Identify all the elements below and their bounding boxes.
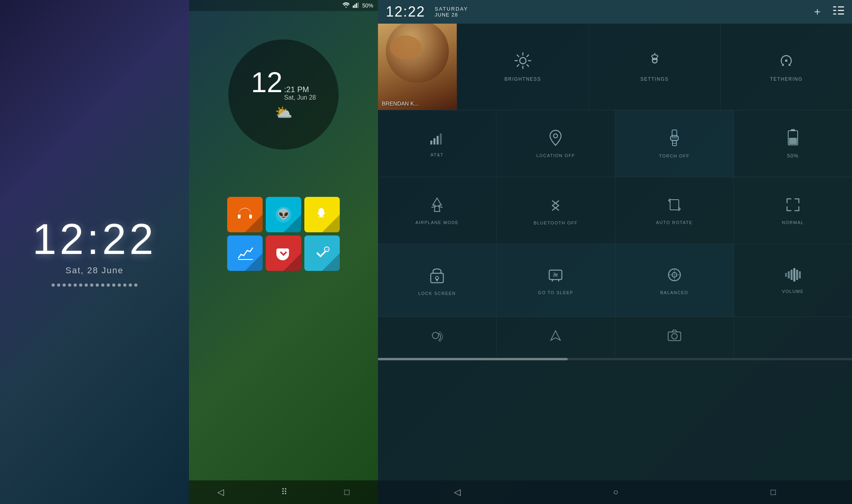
svg-rect-47 — [785, 273, 787, 277]
svg-rect-4 — [238, 215, 241, 219]
lock-icon — [429, 265, 445, 287]
lock-dot — [52, 284, 55, 287]
volume-cell[interactable]: VOLUME — [734, 244, 852, 317]
lock-dot — [129, 284, 132, 287]
lock-label: LOCK SCREEN — [418, 291, 456, 296]
rotate-cell[interactable]: AUTO ROTATE — [615, 177, 734, 244]
lock-dot — [79, 284, 82, 287]
lock-dots[interactable] — [52, 284, 137, 287]
svg-rect-11 — [838, 6, 844, 7]
audio-icon — [431, 329, 443, 345]
camera-icon — [667, 330, 682, 344]
clock-widget: 12 :21 PM Sat, Jun 28 ⛅ — [228, 39, 339, 150]
contact-photo[interactable]: BRENDAN K... — [378, 24, 457, 110]
lock-dot — [118, 284, 121, 287]
svg-rect-5 — [249, 215, 252, 219]
svg-point-27 — [785, 59, 787, 62]
location-icon — [548, 130, 563, 148]
balanced-icon — [666, 266, 683, 286]
notif-date: JUNE 28 — [435, 12, 468, 18]
tethering-tile[interactable]: TETHERING — [720, 24, 852, 110]
lock-dot — [90, 284, 93, 287]
widget-ampm-date: :21 PM Sat, Jun 28 — [284, 85, 316, 101]
top-row: BRENDAN K... — [378, 24, 852, 110]
svg-line-23 — [527, 65, 528, 66]
svg-text:Zz: Zz — [553, 272, 558, 278]
camera-cell[interactable] — [615, 317, 734, 356]
att-cell[interactable]: AT&T — [378, 110, 496, 177]
app-check[interactable]: ✓ — [304, 235, 340, 271]
svg-rect-13 — [838, 13, 844, 15]
home-button[interactable]: ⠿ — [273, 484, 295, 500]
rotate-icon — [666, 196, 683, 215]
lock-dot — [107, 284, 110, 287]
recents-button[interactable]: □ — [336, 484, 357, 500]
svg-rect-50 — [793, 268, 795, 282]
sleep-cell[interactable]: Zz GO TO SLEEP — [496, 244, 615, 317]
home-screen: 50% 12 :21 PM Sat, Jun 28 ⛅ 👽 — [189, 0, 378, 504]
settings-tile[interactable]: SETTINGS — [589, 24, 720, 110]
svg-rect-42 — [436, 279, 438, 281]
airplane-cell[interactable]: AIRPLANE MODE — [378, 177, 496, 244]
menu-button[interactable] — [833, 6, 844, 17]
svg-text:✓: ✓ — [326, 248, 328, 252]
svg-line-24 — [527, 55, 528, 56]
notif-day-date: SATURDAY JUNE 28 — [435, 6, 468, 18]
svg-point-17 — [520, 57, 526, 64]
scrollbar-thumb — [378, 358, 568, 360]
svg-rect-2 — [356, 3, 357, 8]
navigate-icon — [549, 329, 562, 345]
row-2: AT&T LOCATION OFF — [378, 110, 852, 177]
navigate-cell[interactable] — [496, 317, 615, 356]
balanced-label: BALANCED — [660, 290, 688, 295]
location-label: LOCATION OFF — [536, 153, 575, 158]
svg-point-55 — [672, 334, 677, 339]
bluetooth-icon — [549, 196, 562, 216]
bluetooth-cell[interactable]: BLUETOOTH OFF — [496, 177, 615, 244]
app-stocks[interactable] — [227, 235, 263, 271]
notification-shade: 12:22 SATURDAY JUNE 28 + — [378, 0, 852, 504]
widget-date: Sat, Jun 28 — [284, 94, 316, 101]
back-button[interactable]: ◁ — [209, 484, 232, 500]
bluetooth-label: BLUETOOTH OFF — [534, 220, 578, 225]
app-headphones[interactable] — [227, 197, 263, 232]
svg-rect-48 — [788, 271, 790, 278]
add-button[interactable]: + — [814, 6, 821, 18]
svg-rect-49 — [791, 270, 793, 280]
lock-dot — [57, 284, 60, 287]
svg-rect-31 — [440, 133, 442, 145]
brightness-tile[interactable]: BRIGHTNESS — [457, 24, 589, 110]
torch-cell[interactable]: TORCH OFF — [615, 110, 734, 177]
scrollbar[interactable] — [378, 358, 852, 360]
notif-home-button[interactable]: ○ — [605, 484, 626, 500]
row-3: AIRPLANE MODE BLUETOOTH OFF — [378, 177, 852, 244]
svg-rect-15 — [833, 10, 836, 11]
sleep-label: GO TO SLEEP — [538, 290, 573, 295]
home-navbar: ◁ ⠿ □ — [189, 480, 378, 504]
expand-icon — [785, 196, 801, 215]
notif-navbar: ◁ ○ □ — [378, 480, 852, 504]
app-reddit[interactable]: 👽 — [266, 197, 301, 232]
lock-dot — [74, 284, 77, 287]
app-pocket[interactable] — [266, 235, 301, 271]
battery-icon — [787, 128, 798, 148]
app-snapchat[interactable] — [304, 197, 340, 232]
lock-dot — [101, 284, 104, 287]
notif-back-button[interactable]: ◁ — [446, 484, 469, 500]
notif-recents-button[interactable]: □ — [763, 484, 783, 500]
location-cell[interactable]: LOCATION OFF — [496, 110, 615, 177]
svg-rect-1 — [354, 4, 356, 8]
notif-day: SATURDAY — [435, 6, 468, 12]
battery-cell[interactable]: 50% — [734, 110, 852, 177]
lock-cell[interactable]: LOCK SCREEN — [378, 244, 496, 317]
settings-label: SETTINGS — [641, 76, 669, 82]
balanced-cell[interactable]: BALANCED — [615, 244, 734, 317]
normal-cell[interactable]: NORMAL — [734, 177, 852, 244]
widget-time: 12 :21 PM Sat, Jun 28 — [251, 68, 316, 101]
wifi-icon — [343, 2, 350, 9]
notification-content: BRENDAN K... — [378, 24, 852, 362]
weather-icon: ⛅ — [275, 104, 293, 121]
brightness-label: BRIGHTNESS — [504, 76, 541, 82]
svg-rect-38 — [789, 138, 797, 144]
audio-cell[interactable] — [378, 317, 496, 356]
